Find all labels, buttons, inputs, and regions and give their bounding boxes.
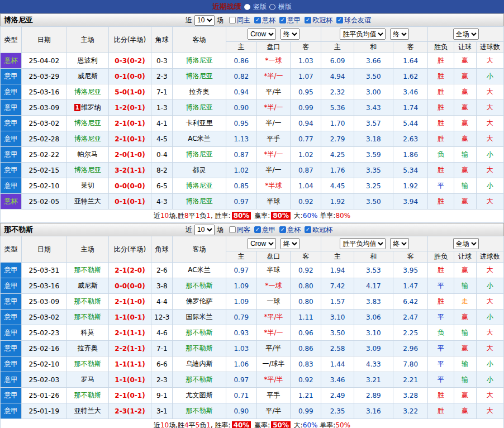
result-wdl: 平 xyxy=(428,310,454,325)
home-team-name: 科莫 xyxy=(81,329,94,336)
col-header-type: 类型 xyxy=(1,236,22,263)
checkbox-欧冠杯[interactable] xyxy=(305,17,311,23)
ah-home-odds: 0.97 xyxy=(226,263,256,278)
summary-segment: 近 xyxy=(154,421,160,428)
match-row: 意甲25-03-16威尼斯0-0(0-0)3-8那不勒斯1.09*一球0.807… xyxy=(1,278,504,294)
match-row: 意甲25-03-02博洛尼亚2-1(0-1)4-1卡利亚里0.95半/一0.94… xyxy=(1,116,504,131)
odds-company-select[interactable]: Crow xyxy=(248,28,276,40)
europe-time-select[interactable]: 终 xyxy=(390,238,409,249)
odds-company-select[interactable]: Crow xyxy=(248,238,276,249)
result-handicap: 输 xyxy=(454,372,476,388)
handicap-group-header: Crow 终 xyxy=(226,236,321,251)
summary-segment: 60% xyxy=(303,421,318,428)
ah-away-odds: 0.77 xyxy=(291,131,321,147)
corners: 4-3 xyxy=(151,194,173,210)
home-team: 亚特兰大 xyxy=(66,403,108,419)
checkbox-意杯[interactable] xyxy=(254,17,261,23)
subcol-ah-home: 主 xyxy=(226,251,256,263)
checkbox-同主[interactable] xyxy=(229,17,236,23)
eu-away-odds: 6.42 xyxy=(393,294,428,310)
eu-home-odds: 1.94 xyxy=(321,263,354,278)
summary-segment: 80% xyxy=(232,212,251,220)
corners: 2-3 xyxy=(151,372,173,388)
league-type: 意甲 xyxy=(1,310,22,325)
home-team: 博洛尼亚 xyxy=(66,116,108,131)
handicap-time-select[interactable]: 终 xyxy=(280,28,299,40)
eu-away-odds: 1.92 xyxy=(393,178,428,194)
score: 2-0(1-0) xyxy=(108,147,151,163)
ah-home-odds: 0.79 xyxy=(226,310,256,325)
section-header: 那不勒斯 近10场同客意甲意杯欧冠杯 xyxy=(0,223,504,236)
eu-draw-odds: 3.00 xyxy=(354,84,393,100)
home-team: 罗马 xyxy=(66,372,108,388)
away-team: 尤文图斯 xyxy=(173,388,226,403)
horizontal-view-option[interactable]: 横版 xyxy=(278,2,292,12)
europe-odds-select[interactable]: 胜平负均值 xyxy=(340,28,386,40)
checkbox-球会友谊[interactable] xyxy=(336,17,343,23)
section-bologna: 博洛尼亚 近10场同主意杯意甲欧冠杯球会友谊 类型 日期 主场 比分(半场) 角… xyxy=(0,13,504,223)
subcol-eu-away: 客 xyxy=(393,42,428,53)
subcol-goals: 进球数 xyxy=(476,251,503,263)
checkbox-意甲[interactable] xyxy=(254,226,261,233)
away-team: 博洛尼亚 xyxy=(173,69,226,84)
home-team: 帕尔马 xyxy=(66,147,108,163)
ah-away-odds: 0.95 xyxy=(291,84,321,100)
eu-home-odds: 4.45 xyxy=(321,178,354,194)
handicap-time-select[interactable]: 终 xyxy=(280,238,299,249)
league-type: 意甲 xyxy=(1,356,22,372)
home-team-name: 那不勒斯 xyxy=(74,297,101,305)
result-goals: 大 xyxy=(476,388,503,403)
away-team: 那不勒斯 xyxy=(173,403,226,419)
fulltime-select[interactable]: 全场 xyxy=(453,238,479,249)
summary-segment: 大: xyxy=(292,212,303,220)
result-goals: 大 xyxy=(476,341,503,356)
checkbox-意甲[interactable] xyxy=(279,17,286,23)
vertical-view-option[interactable]: 竖版 xyxy=(253,2,267,12)
recent-label: 近 xyxy=(186,16,192,25)
away-team: 那不勒斯 xyxy=(173,372,226,388)
match-date: 25-01-26 xyxy=(22,388,66,403)
away-team: 卡利亚里 xyxy=(173,116,226,131)
eu-draw-odds: 3.18 xyxy=(354,131,393,147)
eu-draw-odds: 3.50 xyxy=(354,69,393,84)
col-header-away: 客场 xyxy=(173,27,226,53)
eu-home-odds: 2.49 xyxy=(321,388,354,403)
checkbox-label: 欧冠杯 xyxy=(312,225,332,235)
away-team-name: 乌迪内斯 xyxy=(186,360,213,368)
horizontal-radio-icon[interactable] xyxy=(269,4,275,10)
europe-time-select[interactable]: 终 xyxy=(390,28,409,40)
result-wdl: 负 xyxy=(428,325,454,341)
checkbox-意杯[interactable] xyxy=(279,226,286,233)
europe-odds-select[interactable]: 胜平负均值 xyxy=(340,238,386,249)
away-team-name: 博洛尼亚 xyxy=(186,72,213,80)
result-wdl: 胜 xyxy=(428,163,454,178)
result-handicap: 赢 xyxy=(454,403,476,419)
result-goals: 大 xyxy=(476,403,503,419)
eu-away-odds: 2.96 xyxy=(393,341,428,356)
summary-segment: 赢率: xyxy=(252,212,270,220)
match-row: 意甲25-03-16博洛尼亚5-0(1-0)7-1拉齐奥0.94平/半0.952… xyxy=(1,84,504,100)
result-handicap: 赢 xyxy=(454,69,476,84)
checkbox-label: 同客 xyxy=(237,225,250,235)
league-type: 意甲 xyxy=(1,116,22,131)
ah-line: *半/一 xyxy=(256,147,290,163)
recent-count-select[interactable]: 10 xyxy=(194,225,215,235)
ah-away-odds: 0.92 xyxy=(291,194,321,210)
vertical-radio-icon[interactable] xyxy=(244,4,250,10)
checkbox-label: 球会友谊 xyxy=(344,16,371,25)
match-row: 意杯25-02-05亚特兰大0-1(0-1)4-3博洛尼亚0.97半球0.921… xyxy=(1,194,504,210)
checkbox-同客[interactable] xyxy=(229,226,236,233)
fulltime-select[interactable]: 全场 xyxy=(453,28,479,40)
filter-item: 欧冠杯 xyxy=(305,16,332,25)
result-goals: 大 xyxy=(476,194,503,210)
home-team-name: 那不勒斯 xyxy=(74,360,101,368)
home-team-name: 博洛尼亚 xyxy=(74,88,101,96)
eu-draw-odds: 4.17 xyxy=(354,278,393,294)
filter-item: 意甲 xyxy=(254,225,275,235)
summary-segment: 50% xyxy=(271,421,291,428)
recent-count-select[interactable]: 10 xyxy=(194,15,215,26)
checkbox-欧冠杯[interactable] xyxy=(305,226,311,233)
subcol-eu-away: 客 xyxy=(393,251,428,263)
eu-away-odds: 1.86 xyxy=(393,147,428,163)
subcol-ah-line: 盘口 xyxy=(256,42,290,53)
